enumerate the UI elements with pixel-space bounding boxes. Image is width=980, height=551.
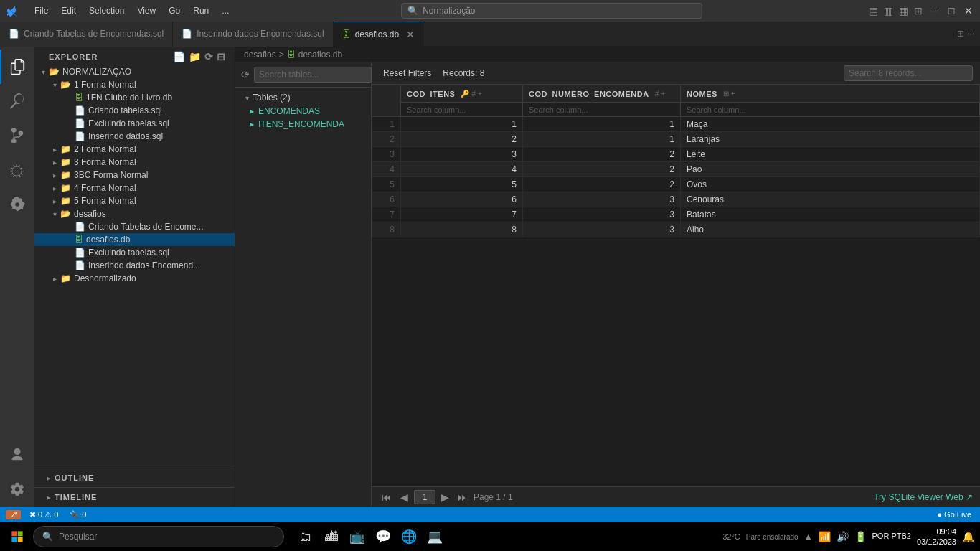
table-row: 8 8 3 Alho xyxy=(372,222,980,237)
global-search-bar[interactable]: 🔍 Normalização xyxy=(401,3,702,19)
menu-view[interactable]: View xyxy=(131,4,161,18)
outline-section: ▸ OUTLINE xyxy=(34,468,235,487)
next-page-button[interactable]: ▶ xyxy=(438,491,452,503)
tables-section-header[interactable]: ▾ Tables (2) xyxy=(235,90,371,105)
close-button[interactable]: ✕ xyxy=(963,6,974,16)
new-file-icon[interactable]: 📄 xyxy=(173,51,186,62)
menu-go[interactable]: Go xyxy=(163,4,186,18)
prev-page-button[interactable]: ◀ xyxy=(397,491,411,503)
taskbar-weather: Parc ensolarado xyxy=(746,533,798,541)
tree-label: Excluindo tabelas.sql xyxy=(88,118,169,128)
col-search-cod-itens[interactable] xyxy=(401,103,522,116)
status-branch[interactable]: ⎇ xyxy=(6,510,21,519)
menu-file[interactable]: File xyxy=(29,4,54,18)
layout-icon[interactable]: ▤ xyxy=(869,5,878,17)
tab-inserindo-dados[interactable]: 📄 Inserindo dados Encomendas.sql xyxy=(173,22,333,47)
table-row: 5 5 2 Ovos xyxy=(372,177,980,192)
last-page-button[interactable]: ⏭ xyxy=(455,491,471,503)
activity-settings[interactable] xyxy=(0,472,34,507)
collapse-icon[interactable]: ⊟ xyxy=(217,51,226,62)
activity-debug[interactable] xyxy=(0,153,34,187)
taskbar-files-button[interactable]: 🗂 xyxy=(294,525,317,548)
tree-1forma-normal[interactable]: ▾ 📂 1 Forma Normal xyxy=(34,78,235,91)
split-icon[interactable]: ▥ xyxy=(884,5,893,17)
more-actions-icon[interactable]: ··· xyxy=(967,29,974,39)
status-errors[interactable]: ✖ 0 ⚠ 0 xyxy=(27,510,61,519)
split-editor-icon[interactable]: ⊞ xyxy=(957,29,964,39)
menu-run[interactable]: Run xyxy=(187,4,215,18)
panel-icon[interactable]: ▦ xyxy=(899,5,908,17)
tree-criando-tabelas[interactable]: 📄 Criando tabelas.sql xyxy=(34,104,235,117)
first-page-button[interactable]: ⏮ xyxy=(379,491,395,503)
breadcrumb-desafios[interactable]: desafios xyxy=(244,50,276,60)
taskbar-datetime[interactable]: 09:04 03/12/2023 xyxy=(917,527,956,547)
tree-inserindo-dados[interactable]: 📄 Inserindo dados.sql xyxy=(34,130,235,143)
refresh-tables-button[interactable]: ⟳ xyxy=(241,69,250,80)
minimize-button[interactable]: ─ xyxy=(928,6,940,16)
status-bar-right: ● Go Live xyxy=(934,510,974,519)
start-button[interactable] xyxy=(6,525,29,548)
taskbar-chrome-button[interactable]: 🌐 xyxy=(397,525,420,548)
refresh-icon[interactable]: ⟳ xyxy=(204,51,214,62)
records-search-input[interactable] xyxy=(844,65,973,81)
go-live-button[interactable]: ● Go Live xyxy=(934,510,974,519)
tree-desafios-db[interactable]: 🗄 desafios.db xyxy=(34,233,235,246)
tab-close-button[interactable]: ✕ xyxy=(406,29,415,40)
tables-panel: ⟳ ▾ Tables (2) ▸ ENCOMENDAS ▸ ITENS_ENCO… xyxy=(235,62,372,507)
tree-desnormalizado[interactable]: ▸ 📁 Desnormalizado xyxy=(34,272,235,285)
outline-header[interactable]: ▸ OUTLINE xyxy=(34,471,235,484)
table-item-itens-encomenda[interactable]: ▸ ITENS_ENCOMENDA xyxy=(235,118,371,131)
title-bar-center: 🔍 Normalização xyxy=(235,3,869,19)
tables-search-input[interactable] xyxy=(254,67,372,83)
reset-filters-button[interactable]: Reset Filters xyxy=(379,67,435,80)
taskbar-explorer-button[interactable]: 🏙 xyxy=(320,525,343,548)
activity-explorer[interactable] xyxy=(0,50,34,84)
taskbar-search-bar[interactable]: 🔍 Pesquisar xyxy=(33,526,284,547)
chevron-up-icon[interactable]: ▲ xyxy=(804,532,813,542)
tree-3forma-normal[interactable]: ▸ 📁 3 Forma Normal xyxy=(34,156,235,169)
table-item-encomendas[interactable]: ▸ ENCOMENDAS xyxy=(235,105,371,118)
col-search-nomes[interactable] xyxy=(681,103,979,116)
plus-icon: + xyxy=(731,90,735,98)
taskbar-discord-button[interactable]: 💬 xyxy=(372,525,395,548)
sqlite-viewer-link[interactable]: Try SQLite Viewer Web ↗ xyxy=(874,492,973,502)
taskbar-language[interactable]: POR PTB2 xyxy=(872,532,911,541)
tree-inserindo-dados2[interactable]: 📄 Inserindo dados Encomend... xyxy=(34,259,235,272)
volume-icon[interactable]: 🔊 xyxy=(837,531,849,542)
tab-criando-tabelas[interactable]: 📄 Criando Tabelas de Encomendas.sql xyxy=(0,22,173,47)
col-name-nomes: NOMES xyxy=(687,90,717,98)
maximize-button[interactable]: □ xyxy=(946,6,957,16)
folder-icon: 📁 xyxy=(60,183,71,193)
activity-account[interactable] xyxy=(0,438,34,472)
menu-edit[interactable]: Edit xyxy=(55,4,82,18)
tree-4forma-normal[interactable]: ▸ 📁 4 Forma Normal xyxy=(34,182,235,194)
menu-more[interactable]: ... xyxy=(216,4,235,18)
tree-desafios[interactable]: ▾ 📂 desafios xyxy=(34,207,235,220)
col-search-cod-numero[interactable] xyxy=(523,103,680,116)
breadcrumb-file[interactable]: desafios.db xyxy=(298,50,342,60)
cell-cod-numero: 1 xyxy=(523,132,681,147)
status-remote[interactable]: 🔌 0 xyxy=(67,510,89,519)
tree-root-normalização[interactable]: ▾ 📂 NORMALIZAÇÃO xyxy=(34,65,235,78)
new-folder-icon[interactable]: 📁 xyxy=(189,51,202,62)
tree-5forma-normal[interactable]: ▸ 📁 5 Forma Normal xyxy=(34,194,235,207)
tree-2forma-normal[interactable]: ▸ 📁 2 Forma Normal xyxy=(34,143,235,156)
tab-desafios-db[interactable]: 🗄 desafios.db ✕ xyxy=(334,22,424,47)
tree-3bc-forma-normal[interactable]: ▸ 📁 3BC Forma Normal xyxy=(34,169,235,182)
notification-icon[interactable]: 🔔 xyxy=(962,531,974,542)
taskbar-vscode-button[interactable]: 💻 xyxy=(423,525,446,548)
tree-criando-tabelas-encome[interactable]: 📄 Criando Tabelas de Encome... xyxy=(34,220,235,233)
tree-excluindo-tabelas[interactable]: 📄 Excluindo tabelas.sql xyxy=(34,117,235,130)
page-number-input[interactable] xyxy=(414,490,435,504)
grid-icon[interactable]: ⊞ xyxy=(914,5,923,17)
taskbar-browser-button[interactable]: 📺 xyxy=(346,525,369,548)
menu-selection[interactable]: Selection xyxy=(83,4,130,18)
tree-1fn-clube[interactable]: 🗄 1FN Clube do Livro.db xyxy=(34,91,235,104)
tree-excluindo-tabelas2[interactable]: 📄 Excluindo tabelas.sql xyxy=(34,246,235,259)
timeline-header[interactable]: ▸ TIMELINE xyxy=(34,491,235,504)
activity-source-control[interactable] xyxy=(0,118,34,153)
activity-extensions[interactable] xyxy=(0,187,34,222)
tables-list: ▾ Tables (2) ▸ ENCOMENDAS ▸ ITENS_ENCOME… xyxy=(235,88,371,133)
sql-file-icon: 📄 xyxy=(75,118,85,128)
activity-search[interactable] xyxy=(0,84,34,118)
